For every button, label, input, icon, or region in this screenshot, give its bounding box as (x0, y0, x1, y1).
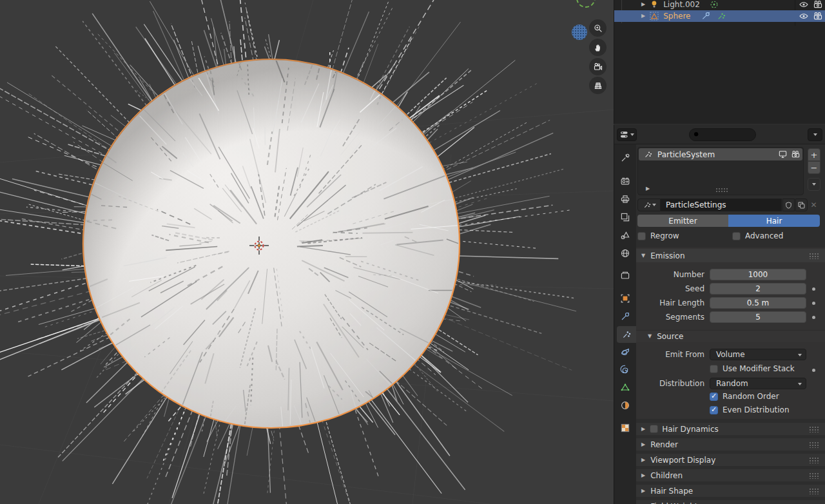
even-distribution-label[interactable]: Even Distribution (723, 405, 790, 414)
tab-output[interactable] (617, 191, 634, 208)
list-filter-expand-arrow[interactable]: ▶ (646, 186, 650, 191)
even-distribution-checkbox[interactable] (710, 406, 718, 414)
advanced-label[interactable]: Advanced (745, 231, 783, 240)
panel-drag-grip[interactable] (809, 441, 820, 448)
viewport-display-panel-header[interactable]: ▶ Viewport Display (636, 454, 825, 466)
regrow-label[interactable]: Regrow (650, 231, 679, 240)
number-field[interactable]: 1000 (710, 269, 806, 280)
particle-specials-button[interactable] (808, 178, 820, 191)
remove-particle-system-button[interactable]: − (808, 161, 820, 174)
emitter-type-button[interactable]: Emitter (637, 215, 728, 227)
particle-settings-name-field[interactable]: ParticleSettings (661, 199, 782, 211)
panel-drag-grip[interactable] (809, 426, 820, 432)
hide-in-viewport-eye-icon[interactable] (799, 0, 809, 10)
point-light-data-icon[interactable] (709, 0, 719, 10)
panel-expand-arrow[interactable]: ▼ (648, 334, 652, 339)
tab-world[interactable] (617, 245, 634, 262)
children-panel-header[interactable]: ▶ Children (636, 469, 825, 481)
fake-user-shield-button[interactable] (782, 199, 795, 211)
nav-gizmo-axis-ball[interactable] (572, 24, 587, 40)
seed-field[interactable]: 2 (710, 283, 806, 295)
animate-segments-dot[interactable] (812, 316, 815, 319)
settings-type-dropdown[interactable] (637, 199, 661, 211)
camera-view-gizmo-button[interactable] (589, 58, 607, 75)
source-subpanel-header[interactable]: ▼ Source (636, 330, 825, 342)
unlink-x-button[interactable]: ✕ (809, 199, 819, 211)
tab-object-data[interactable] (617, 379, 634, 396)
add-particle-system-button[interactable]: + (808, 148, 820, 161)
distribution-dropdown[interactable]: Random (710, 378, 806, 389)
modifier-wrench-icon[interactable] (701, 11, 711, 21)
outliner-row-light[interactable]: ▶ Light.002 (614, 0, 825, 10)
use-modifier-stack-checkbox[interactable] (710, 365, 718, 373)
zoom-gizmo-button[interactable] (589, 19, 607, 37)
tab-object[interactable] (617, 290, 634, 307)
emit-from-value: Volume (716, 350, 745, 359)
render-visibility-camera-icon[interactable] (791, 150, 801, 160)
regrow-checkbox[interactable] (637, 232, 646, 240)
editor-type-button[interactable] (617, 128, 637, 141)
segments-field[interactable]: 5 (710, 311, 806, 323)
use-modifier-stack-label[interactable]: Use Modifier Stack (723, 364, 795, 373)
tab-render[interactable] (617, 173, 634, 189)
toggle-grid-gizmo-button[interactable] (589, 77, 607, 94)
tab-tool[interactable] (617, 150, 634, 166)
tab-material[interactable] (617, 397, 634, 414)
panel-expand-arrow[interactable]: ▶ (641, 442, 645, 447)
animate-hair-length-dot[interactable] (812, 302, 815, 305)
outliner-row-sphere[interactable]: ▶ Sphere (614, 10, 825, 22)
particles-modifier-icon[interactable] (716, 11, 726, 21)
tab-collection[interactable] (617, 267, 634, 284)
panel-drag-grip[interactable] (809, 472, 820, 479)
object-name[interactable]: Sphere (663, 12, 690, 21)
list-resize-grip[interactable] (715, 188, 728, 193)
3d-viewport[interactable] (0, 0, 614, 504)
hair-shape-panel-header[interactable]: ▶ Hair Shape (636, 485, 825, 497)
tab-texture[interactable] (617, 420, 634, 436)
hand-icon (593, 43, 603, 53)
animate-seed-dot[interactable] (812, 287, 815, 291)
tab-scene[interactable] (617, 227, 634, 244)
render-panel-header[interactable]: ▶ Render (636, 438, 825, 451)
hair-dynamics-checkbox[interactable] (650, 425, 658, 433)
field-weights-panel-header[interactable]: ▶ Field Weights (636, 500, 825, 504)
hair-length-field[interactable]: 0.5 m (710, 297, 806, 309)
properties-options-button[interactable] (808, 128, 822, 141)
tab-particles[interactable] (617, 326, 636, 343)
tab-modifiers[interactable] (617, 308, 634, 325)
expand-arrow-icon[interactable]: ▶ (641, 14, 645, 19)
viewport-visibility-monitor-icon[interactable] (778, 150, 788, 160)
disable-in-renders-camera-icon[interactable] (813, 11, 823, 21)
panel-expand-arrow[interactable]: ▶ (641, 473, 645, 478)
object-name[interactable]: Light.002 (663, 0, 700, 9)
expand-arrow-icon[interactable]: ▶ (641, 2, 645, 7)
animate-use-modifier-stack-dot[interactable] (812, 369, 815, 372)
panel-drag-grip[interactable] (809, 488, 820, 494)
panel-expand-arrow[interactable]: ▶ (641, 427, 645, 432)
advanced-checkbox[interactable] (732, 232, 741, 240)
copy-settings-button[interactable] (795, 199, 808, 211)
random-order-checkbox[interactable] (710, 393, 718, 401)
hair-type-button[interactable]: Hair (728, 215, 820, 227)
tab-physics[interactable] (617, 344, 634, 360)
disable-in-renders-camera-icon[interactable] (813, 0, 823, 10)
viewport-display-panel-title: Viewport Display (650, 456, 715, 465)
panel-expand-arrow[interactable]: ▶ (641, 489, 645, 494)
particle-system-list[interactable]: ParticleSystem ▶ (637, 147, 804, 195)
panel-expand-arrow[interactable]: ▶ (641, 458, 645, 463)
emit-from-dropdown[interactable]: Volume (710, 349, 806, 360)
particles-icon (643, 150, 654, 160)
hide-in-viewport-eye-icon[interactable] (799, 11, 809, 21)
emission-panel-header[interactable]: ▼ Emission (636, 249, 825, 262)
pan-gizmo-button[interactable] (589, 39, 607, 56)
panel-expand-arrow[interactable]: ▼ (641, 253, 645, 258)
particle-system-name[interactable]: ParticleSystem (657, 150, 715, 159)
hair-dynamics-panel-header[interactable]: ▶ Hair Dynamics (636, 423, 825, 435)
tab-view-layer[interactable] (617, 209, 634, 226)
particle-system-list-item[interactable]: ParticleSystem (639, 148, 802, 160)
tab-constraints[interactable] (617, 361, 634, 378)
viewport-canvas[interactable] (0, 0, 614, 504)
panel-drag-grip[interactable] (809, 457, 820, 463)
random-order-label[interactable]: Random Order (723, 392, 779, 401)
panel-drag-grip[interactable] (809, 253, 820, 259)
